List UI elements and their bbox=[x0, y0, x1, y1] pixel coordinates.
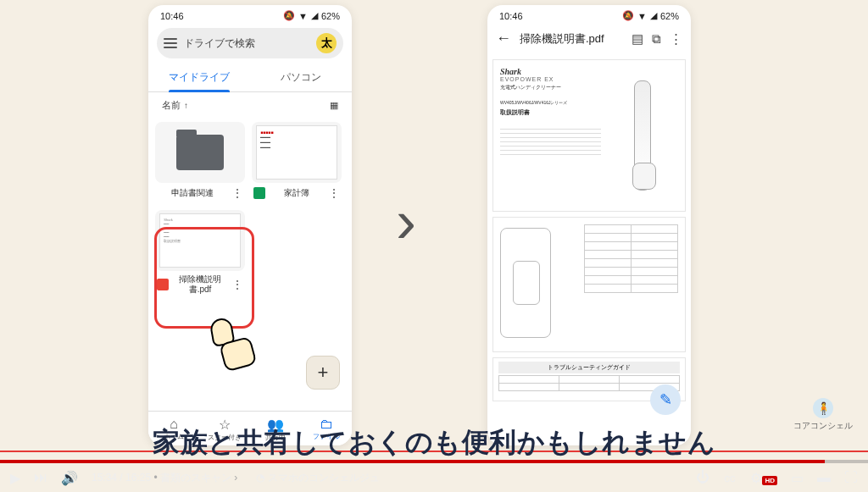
brand-text: Shark bbox=[500, 67, 601, 76]
search-placeholder: ドライブで検索 bbox=[184, 36, 309, 51]
troubleshoot-table bbox=[498, 375, 680, 391]
folder-thumb bbox=[155, 122, 245, 183]
red-highlight-box bbox=[154, 227, 254, 329]
subbrand-text: EVOPOWER EX bbox=[500, 76, 601, 82]
clock: 10:46 bbox=[499, 11, 523, 21]
subtitle-caption: 家族と共有しておくのも便利かもしれません bbox=[0, 424, 868, 462]
theater-button[interactable]: ▬ bbox=[817, 470, 831, 485]
status-icons: 🔕 ▼ ◢ 62% bbox=[622, 10, 679, 21]
battery-icon: ◢ bbox=[311, 10, 318, 21]
hd-badge: HD bbox=[762, 476, 777, 485]
sheet-thumb: ■■■■■━━━━━━━━━━━━ bbox=[252, 122, 342, 183]
comment-icon[interactable]: ▤ bbox=[632, 31, 643, 47]
transition-chevron-icon: › bbox=[396, 186, 416, 256]
captions-button[interactable]: ㏄ bbox=[723, 469, 737, 487]
silent-icon: 🔕 bbox=[283, 10, 295, 21]
sort-by-name[interactable]: 名前 ↑ bbox=[162, 99, 188, 112]
section-title: 取扱説明書 bbox=[500, 108, 601, 117]
edit-fab[interactable]: ✎ bbox=[650, 384, 681, 415]
more-icon[interactable]: ⋮ bbox=[670, 31, 682, 47]
silent-icon: 🔕 bbox=[622, 10, 634, 21]
drive-tabs: マイドライブ パソコン bbox=[148, 64, 352, 92]
status-bar: 10:46 🔕 ▼ ◢ 62% bbox=[148, 5, 352, 23]
status-icons: 🔕 ▼ ◢ 62% bbox=[283, 10, 340, 21]
folder-icon bbox=[176, 135, 224, 170]
pointing-finger-illustration bbox=[205, 318, 239, 346]
channel-watermark[interactable]: ◔ スマホのコンシェルジュ bbox=[256, 471, 380, 485]
more-icon[interactable]: ⋮ bbox=[231, 186, 243, 200]
file-name: 申請書関連 bbox=[157, 188, 228, 198]
channel-logo-icon: ◔ bbox=[256, 472, 264, 484]
sheets-icon bbox=[253, 187, 265, 199]
phone-right-pdf-viewer: 10:46 🔕 ▼ ◢ 62% ← 掃除機説明書.pdf ▤ ⧉ ⋮ Shark… bbox=[487, 5, 691, 445]
model-text: WV405J/WV406J/WV416Jシリーズ bbox=[500, 100, 601, 105]
file-folder[interactable]: 申請書関連 ⋮ bbox=[155, 122, 245, 203]
troubleshoot-title: トラブルシューティングガイド bbox=[498, 362, 680, 373]
profile-avatar[interactable]: 太 bbox=[316, 33, 337, 53]
pdf-title: 掃除機説明書.pdf bbox=[520, 31, 623, 47]
sort-bar: 名前 ↑ ▦ bbox=[148, 92, 352, 119]
gear-icon: ⚙ bbox=[750, 471, 762, 485]
video-player-controls: ▶ ⏭ 🔊 15:34 / 16:25 • 書類のスキャン › ◔ スマホのコン… bbox=[0, 462, 868, 492]
product-desc: 充電式ハンディクリーナー bbox=[500, 84, 601, 91]
tab-my-drive[interactable]: マイドライブ bbox=[148, 64, 250, 91]
miniplayer-button[interactable]: ▭ bbox=[791, 470, 804, 486]
sort-label: 名前 bbox=[162, 99, 181, 112]
play-button[interactable]: ▶ bbox=[10, 470, 20, 486]
battery-percent: 62% bbox=[321, 11, 340, 21]
new-file-fab[interactable]: + bbox=[306, 356, 340, 390]
back-arrow-icon[interactable]: ← bbox=[496, 30, 511, 47]
pdf-page-1: Shark EVOPOWER EX 充電式ハンディクリーナー WV405J/WV… bbox=[492, 59, 686, 212]
clock: 10:46 bbox=[160, 11, 184, 21]
chapter-name[interactable]: 書類のスキャン bbox=[160, 472, 231, 484]
vacuum-illustration bbox=[634, 80, 651, 191]
search-in-doc-icon[interactable]: ⧉ bbox=[652, 31, 661, 47]
volume-button[interactable]: 🔊 bbox=[61, 470, 78, 486]
more-icon[interactable]: ⋮ bbox=[328, 186, 340, 200]
file-sheet[interactable]: ■■■■■━━━━━━━━━━━━ 家計簿 ⋮ bbox=[252, 122, 342, 203]
pdf-content[interactable]: Shark EVOPOWER EX 充電式ハンディクリーナー WV405J/WV… bbox=[487, 54, 691, 406]
file-name: 家計簿 bbox=[269, 188, 325, 198]
phone-left-drive: 10:46 🔕 ▼ ◢ 62% ドライブで検索 太 マイドライブ パソコン 名前… bbox=[148, 5, 352, 445]
settings-button[interactable]: ⚙HD bbox=[750, 470, 777, 486]
wifi-icon: ▼ bbox=[298, 11, 308, 21]
battery-percent: 62% bbox=[660, 11, 679, 21]
diagram-illustration bbox=[500, 228, 551, 338]
next-button[interactable]: ⏭ bbox=[34, 470, 47, 485]
pdf-page-2 bbox=[492, 217, 686, 352]
tab-computers[interactable]: パソコン bbox=[250, 64, 352, 91]
wifi-icon: ▼ bbox=[637, 11, 647, 21]
battery-icon: ◢ bbox=[650, 10, 657, 21]
hamburger-icon[interactable] bbox=[164, 38, 177, 48]
logo-icon: 🧍 bbox=[813, 398, 833, 418]
drive-search-bar[interactable]: ドライブで検索 太 bbox=[157, 28, 343, 58]
pdf-header: ← 掃除機説明書.pdf ▤ ⧉ ⋮ bbox=[487, 23, 691, 54]
spec-table bbox=[584, 224, 678, 293]
fullscreen-button[interactable]: ⛶ bbox=[844, 470, 858, 485]
time-display: 15:34 / 16:25 • 書類のスキャン › bbox=[92, 471, 237, 485]
video-stage: 10:46 🔕 ▼ ◢ 62% ドライブで検索 太 マイドライブ パソコン 名前… bbox=[0, 0, 868, 492]
autoplay-toggle[interactable]: ⏻ bbox=[696, 470, 709, 485]
sort-arrow-icon: ↑ bbox=[184, 101, 188, 110]
view-grid-icon[interactable]: ▦ bbox=[330, 100, 338, 111]
status-bar: 10:46 🔕 ▼ ◢ 62% bbox=[487, 5, 691, 23]
